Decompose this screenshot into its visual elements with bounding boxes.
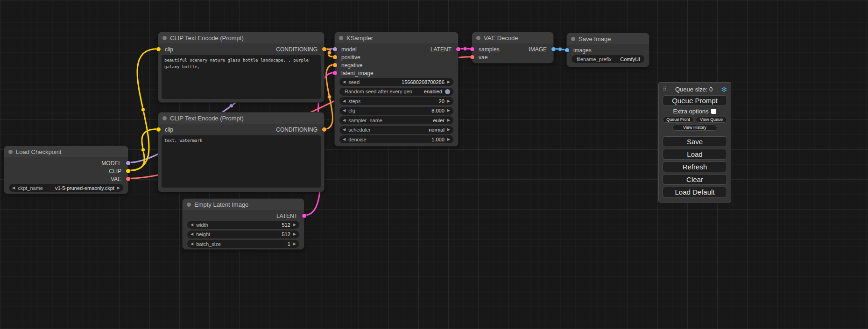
scheduler-widget[interactable]: ◀ scheduler normal ▶ <box>339 126 453 134</box>
load-default-button[interactable]: Load Default <box>663 187 727 197</box>
negative-input-slot[interactable] <box>333 63 337 67</box>
widget-value: 1.000 <box>431 137 445 142</box>
latent-output-slot[interactable] <box>456 47 460 51</box>
widget-label: steps <box>348 98 360 104</box>
ckpt-name-widget[interactable]: ◀ ckpt_name v1-5-pruned-emaonly.ckpt ▶ <box>9 184 123 192</box>
node-clip-text-encode-positive[interactable]: CLIP Text Encode (Prompt) clip CONDITION… <box>158 32 325 103</box>
refresh-button[interactable]: Refresh <box>663 161 727 172</box>
node-ksampler[interactable]: KSampler model LATENT positive negative … <box>334 32 459 147</box>
width-widget[interactable]: ◀ width 512 ▶ <box>187 221 299 229</box>
node-title-bar[interactable]: KSampler <box>335 32 458 43</box>
conditioning-output-slot[interactable] <box>322 127 326 132</box>
increment-arrow-icon[interactable]: ▶ <box>293 223 296 227</box>
widget-value: 1 <box>288 241 290 247</box>
increment-arrow-icon[interactable]: ▶ <box>293 242 296 246</box>
view-queue-button[interactable]: View Queue <box>696 117 727 123</box>
node-title-bar[interactable]: VAE Decode <box>472 32 553 43</box>
queue-front-button[interactable]: Queue Front <box>663 117 694 123</box>
wire-conditioning-positive-midpoint-dot <box>328 51 332 55</box>
decrement-arrow-icon[interactable]: ◀ <box>191 242 193 246</box>
widget-value: 512 <box>282 231 290 237</box>
decrement-arrow-icon[interactable]: ◀ <box>343 138 346 141</box>
decrement-arrow-icon[interactable]: ◀ <box>343 128 346 132</box>
decrement-arrow-icon[interactable]: ◀ <box>343 109 346 112</box>
clip-input-slot[interactable] <box>156 127 161 132</box>
widget-label: scheduler <box>348 127 371 133</box>
node-clip-text-encode-negative[interactable]: CLIP Text Encode (Prompt) clip CONDITION… <box>158 112 325 192</box>
node-title-bar[interactable]: CLIP Text Encode (Prompt) <box>158 112 324 124</box>
slot-row: model LATENT <box>335 45 458 53</box>
increment-arrow-icon[interactable]: ▶ <box>447 80 450 84</box>
collapse-dot[interactable] <box>162 36 167 40</box>
node-save-image[interactable]: Save Image images filename_prefix ComfyU… <box>566 33 649 67</box>
settings-icon[interactable]: ✻ <box>721 86 727 93</box>
model-output-slot[interactable] <box>126 161 130 165</box>
slot-row: VAE <box>4 175 128 183</box>
denoise-widget[interactable]: ◀ denoise 1.000 ▶ <box>339 135 453 143</box>
vae-output-slot[interactable] <box>126 177 130 181</box>
clip-input-slot[interactable] <box>156 47 161 51</box>
node-title-bar[interactable]: Empty Latent Image <box>183 199 304 210</box>
filename-prefix-widget[interactable]: filename_prefix ComfyUI <box>572 55 644 63</box>
seed-widget[interactable]: ◀ seed 156680208700286 ▶ <box>339 78 453 86</box>
steps-widget[interactable]: ◀ steps 20 ▶ <box>339 97 453 105</box>
node-title-bar[interactable]: CLIP Text Encode (Prompt) <box>158 32 324 43</box>
cfg-widget[interactable]: ◀ cfg 8.000 ▶ <box>339 107 453 115</box>
node-title: KSampler <box>346 35 373 42</box>
batch-size-widget[interactable]: ◀ batch_size 1 ▶ <box>187 240 299 248</box>
increment-arrow-icon[interactable]: ▶ <box>447 109 450 112</box>
collapse-dot[interactable] <box>187 203 191 207</box>
height-widget[interactable]: ◀ height 512 ▶ <box>187 231 299 238</box>
collapse-dot[interactable] <box>162 116 167 120</box>
node-title: Save Image <box>579 35 611 42</box>
latent-output-slot[interactable] <box>302 214 306 218</box>
input-label-samples: samples <box>479 46 500 53</box>
collapse-dot[interactable] <box>476 36 480 40</box>
save-button[interactable]: Save <box>663 136 727 147</box>
node-vae-decode[interactable]: VAE Decode samples IMAGE vae <box>472 32 554 63</box>
node-graph-canvas[interactable]: Load Checkpoint MODEL CLIP VAE ◀ ckpt_na… <box>0 0 868 329</box>
image-output-slot[interactable] <box>551 47 556 51</box>
latent-image-input-slot[interactable] <box>333 71 337 75</box>
node-empty-latent-image[interactable]: Empty Latent Image LATENT ◀ width 512 ▶ … <box>182 198 304 250</box>
increment-arrow-icon[interactable]: ▶ <box>447 119 450 122</box>
decrement-arrow-icon[interactable]: ◀ <box>343 119 346 122</box>
node-title: Empty Latent Image <box>194 201 248 208</box>
view-history-button[interactable]: View History <box>672 125 717 131</box>
increment-arrow-icon[interactable]: ▶ <box>293 232 296 236</box>
increment-arrow-icon[interactable]: ▶ <box>447 99 450 103</box>
widget-label: height <box>196 231 210 237</box>
load-button[interactable]: Load <box>663 149 727 160</box>
samples-input-slot[interactable] <box>470 47 474 51</box>
collapse-dot[interactable] <box>339 36 343 40</box>
clear-button[interactable]: Clear <box>663 174 727 185</box>
images-input-slot[interactable] <box>565 48 569 52</box>
node-load-checkpoint[interactable]: Load Checkpoint MODEL CLIP VAE ◀ ckpt_na… <box>4 146 128 194</box>
decrement-arrow-icon[interactable]: ◀ <box>191 232 193 236</box>
drag-handle-icon[interactable]: ⠿ <box>663 86 667 92</box>
node-title-bar[interactable]: Save Image <box>567 33 649 44</box>
decrement-arrow-icon[interactable]: ◀ <box>191 223 193 227</box>
model-input-slot[interactable] <box>333 47 337 51</box>
sampler-name-widget[interactable]: ◀ sampler_name euler ▶ <box>339 116 453 124</box>
random-seed-toggle-widget[interactable]: Random seed after every gen enabled <box>339 88 453 96</box>
positive-prompt-textarea[interactable]: beautiful scenery nature glass bottle la… <box>162 55 321 99</box>
clip-output-slot[interactable] <box>126 169 130 173</box>
conditioning-output-slot[interactable] <box>322 47 326 51</box>
extra-options-checkbox[interactable] <box>711 109 716 114</box>
increment-arrow-icon[interactable]: ▶ <box>447 128 450 132</box>
increment-arrow-icon[interactable]: ▶ <box>117 186 120 190</box>
decrement-arrow-icon[interactable]: ◀ <box>12 186 15 190</box>
decrement-arrow-icon[interactable]: ◀ <box>343 99 346 103</box>
collapse-dot[interactable] <box>571 37 575 41</box>
output-label-clip: CLIP <box>109 168 121 175</box>
node-title-bar[interactable]: Load Checkpoint <box>4 146 128 157</box>
positive-input-slot[interactable] <box>333 55 337 59</box>
vae-input-slot[interactable] <box>470 55 474 59</box>
negative-prompt-textarea[interactable]: text, watermark <box>162 135 321 188</box>
toggle-knob-icon[interactable] <box>445 89 450 94</box>
collapse-dot[interactable] <box>8 150 13 154</box>
increment-arrow-icon[interactable]: ▶ <box>447 138 450 141</box>
decrement-arrow-icon[interactable]: ◀ <box>343 80 346 84</box>
queue-prompt-button[interactable]: Queue Prompt <box>663 95 727 106</box>
